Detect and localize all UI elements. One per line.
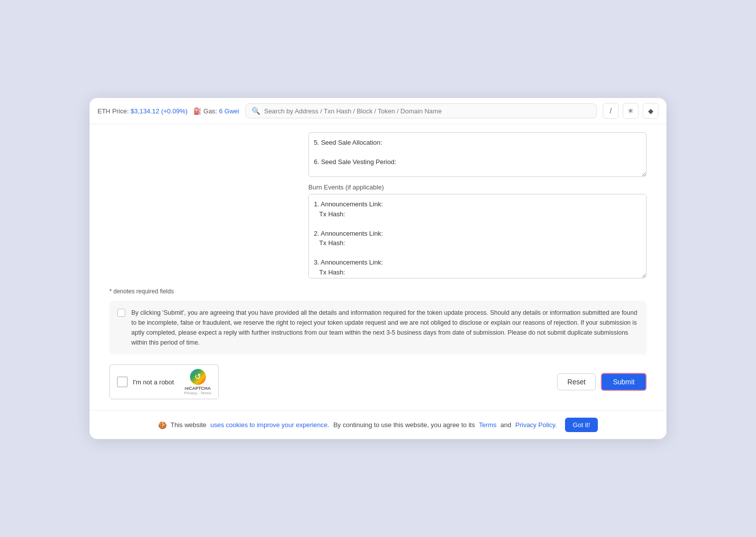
submit-button[interactable]: Submit	[601, 373, 647, 391]
recaptcha-icon: ↺	[190, 369, 206, 385]
cookie-icon: 🍪	[158, 421, 167, 429]
search-input[interactable]	[264, 107, 590, 115]
form-left	[109, 132, 298, 280]
gas-pump-icon: ⛽	[193, 107, 201, 115]
agreement-box: By clicking 'Submit', you are agreeing t…	[109, 301, 647, 355]
required-note: * denotes required fields	[109, 288, 647, 295]
cookie-banner: 🍪 This website uses cookies to improve y…	[90, 410, 666, 439]
captcha-brand-name: reCAPTCHA	[185, 386, 211, 391]
slash-icon-btn[interactable]: /	[603, 103, 619, 119]
burn-events-label: Burn Events (if applicable)	[308, 183, 647, 191]
captcha-checkbox[interactable]	[117, 376, 128, 387]
terms-link[interactable]: Terms	[479, 421, 496, 429]
captcha-links: Privacy - Terms	[184, 391, 211, 395]
captcha-branding: reCAPTCHA Privacy - Terms	[184, 386, 211, 395]
cookie-and: and	[500, 421, 511, 429]
eth-icon-btn[interactable]: ◆	[643, 103, 659, 119]
burn-events-textarea[interactable]	[308, 194, 647, 278]
sun-icon: ✳	[628, 107, 634, 115]
slash-icon: /	[610, 107, 612, 115]
captcha-logo: ↺ reCAPTCHA Privacy - Terms	[184, 369, 211, 395]
cookie-uses-cookies-link[interactable]: uses cookies to improve your experience.	[210, 421, 329, 429]
form-section: Burn Events (if applicable)	[109, 132, 647, 280]
captcha-box[interactable]: I'm not a robot ↺ reCAPTCHA Privacy - Te…	[109, 364, 219, 399]
gas-info: ⛽ Gas: 6 Gwei	[193, 107, 239, 115]
token-details-textarea[interactable]	[308, 132, 647, 177]
ethereum-icon: ◆	[648, 107, 654, 115]
reset-button[interactable]: Reset	[557, 373, 596, 390]
top-bar: ETH Price: $3,134.12 (+0.09%) ⛽ Gas: 6 G…	[90, 98, 666, 124]
theme-toggle-btn[interactable]: ✳	[623, 103, 639, 119]
got-it-button[interactable]: Got it!	[565, 418, 598, 432]
captcha-label: I'm not a robot	[133, 378, 179, 386]
agreement-checkbox[interactable]	[117, 309, 125, 317]
cookie-text-after: By continuing to use this website, you a…	[333, 421, 475, 429]
top-bar-icons: / ✳ ◆	[603, 103, 659, 119]
form-right: Burn Events (if applicable)	[308, 132, 647, 280]
search-bar[interactable]: 🔍	[245, 103, 597, 118]
privacy-policy-link[interactable]: Privacy Policy.	[515, 421, 557, 429]
action-buttons: Reset Submit	[557, 373, 647, 391]
eth-price: ETH Price: $3,134.12 (+0.09%)	[97, 107, 188, 115]
bottom-row: I'm not a robot ↺ reCAPTCHA Privacy - Te…	[109, 364, 647, 399]
search-icon: 🔍	[252, 107, 260, 115]
agreement-text: By clicking 'Submit', you are agreeing t…	[131, 308, 639, 348]
main-content: Burn Events (if applicable) * denotes re…	[90, 124, 666, 439]
cookie-text-before: This website	[171, 421, 206, 429]
